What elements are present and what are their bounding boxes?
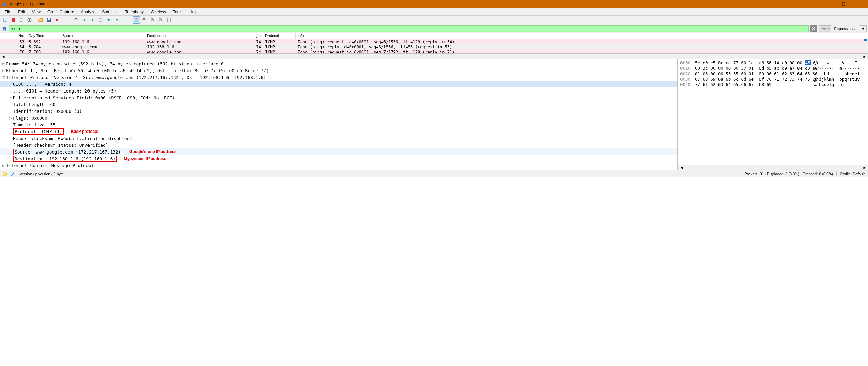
edit-preferences-icon[interactable] [9,171,15,177]
hex-row[interactable]: 00005c e0 c5 8c ce 77 00 1e a6 56 14 c0 … [680,60,866,66]
restart-capture-button[interactable] [18,16,25,24]
tree-ip-version[interactable]: 0100 .... = Version: 4 [0,81,677,87]
go-forward-button[interactable] [89,16,96,24]
svg-line-28 [161,21,163,22]
svg-text:1: 1 [160,19,161,21]
column-destination[interactable]: Destination [145,33,219,39]
packet-row[interactable]: 707.700192.168.1.6www.google.com74ICMPEc… [0,49,868,54]
find-button[interactable] [73,16,80,24]
menu-bar: File Edit View Go Capture Analyze Statis… [0,8,868,16]
tree-ip-destination[interactable]: Destination: 192.168.1.6 (192.168.1.6)My… [0,155,677,162]
tree-ip-source[interactable]: Source: www.google.com (172.217.167.132)… [0,148,677,155]
filter-apply-button[interactable]: ▾ [819,25,831,32]
status-bar: Version (ip.version), 1 byte Packets: 91… [0,170,868,177]
column-time[interactable]: Day Time [26,33,60,39]
close-file-button[interactable] [53,16,61,24]
zoom-out-button[interactable] [149,16,156,24]
tree-ip-ttl[interactable]: Time to live: 55 [0,121,677,128]
start-capture-button[interactable] [1,16,9,24]
column-source[interactable]: Source [60,33,145,39]
menu-capture[interactable]: Capture [56,9,78,15]
status-profile[interactable]: Profile: Default [837,172,868,176]
tree-ip-total-length[interactable]: Total Length: 60 [0,101,677,108]
packet-details-pane[interactable]: ▷Frame 54: 74 bytes on wire (592 bits), … [0,59,678,170]
go-last-button[interactable] [113,16,121,24]
zoom-in-button[interactable] [141,16,148,24]
svg-line-12 [77,21,78,22]
svg-point-11 [75,18,77,21]
svg-rect-1 [842,3,845,5]
filter-add-button[interactable]: + [860,25,867,32]
display-filter-input[interactable] [9,25,809,32]
hex-row[interactable]: 004077 61 62 63 64 65 66 67 68 69wabcdef… [680,82,866,87]
packet-list-hscroll[interactable]: ◄► [0,54,868,59]
open-file-button[interactable] [37,16,44,24]
svg-line-22 [145,21,146,22]
filter-bookmark-button[interactable] [1,26,7,32]
tree-frame[interactable]: ▷Frame 54: 74 bytes on wire (592 bits), … [0,60,677,67]
packet-bytes-pane[interactable]: 00005c e0 c5 8c ce 77 00 1e a6 56 14 c0 … [678,59,868,165]
go-back-button[interactable] [81,16,88,24]
maximize-button[interactable] [836,0,851,8]
zoom-reset-button[interactable]: 1 [157,16,164,24]
status-field-info: Version (ip.version), 1 byte [18,172,741,176]
menu-file[interactable]: File [1,9,15,15]
resize-columns-button[interactable] [165,16,173,24]
packet-list-header[interactable]: No. Day Time Source Destination Length P… [0,33,868,39]
svg-rect-17 [135,20,138,21]
tree-ip-dsf[interactable]: ▷Differentiated Services Field: 0x00 (DS… [0,94,677,101]
tree-ip-protocol[interactable]: Protocol: ICMP (1)ICMP protocol [0,128,677,135]
packet-bytes-hscroll[interactable]: ◄► [678,165,868,170]
hex-row[interactable]: 001000 3c 00 00 00 00 37 01 6d b5 ac d9 … [680,66,866,71]
column-protocol[interactable]: Protocol [263,33,296,39]
tree-ipv4[interactable]: ▽Internet Protocol Version 4, Src: www.g… [0,74,677,81]
svg-rect-8 [48,18,50,20]
hex-row[interactable]: 003067 68 69 6a 6b 6c 6d 6e 6f 70 71 72 … [680,77,866,82]
annotation-source: Google's one IP address [129,149,176,154]
svg-line-25 [153,21,155,22]
menu-statistics[interactable]: Statistics [99,9,122,15]
filter-bar: ▾ Expression… + [0,24,868,33]
packet-list-pane: No. Day Time Source Destination Length P… [0,33,868,54]
menu-tools[interactable]: Tools [170,9,186,15]
tree-ip-header-length[interactable]: .... 0101 = Header Length: 20 bytes (5) [0,87,677,94]
packet-list-scrollbar[interactable] [863,39,868,54]
menu-analyze[interactable]: Analyze [78,9,99,15]
close-button[interactable] [851,0,866,8]
expert-info-button[interactable] [3,172,7,176]
capture-options-button[interactable] [26,16,33,24]
column-no[interactable]: No. [0,33,26,39]
menu-go[interactable]: Go [44,9,56,15]
filter-expression-button[interactable]: Expression… [832,27,859,31]
save-file-button[interactable] [45,16,53,24]
auto-scroll-button[interactable] [121,16,129,24]
filter-clear-button[interactable] [810,25,817,32]
packet-row[interactable]: 546.704www.google.com192.168.1.674ICMPEc… [0,44,868,49]
tree-ip-checksum[interactable]: Header checksum: 0x6db5 [validation disa… [0,135,677,142]
minimize-button[interactable] [821,0,836,8]
hex-row[interactable]: 002001 06 00 00 55 55 00 01 00 06 61 62 … [680,71,866,77]
app-icon [2,2,7,6]
title-bar: google_ping.pcapng [0,0,868,8]
tree-ip-identification[interactable]: Identification: 0x0000 (0) [0,108,677,115]
menu-telephony[interactable]: Telephony [122,9,147,15]
colorize-button[interactable] [133,16,140,24]
annotation-protocol: ICMP protocol [71,129,98,134]
column-info[interactable]: Info [296,33,868,39]
tree-icmp[interactable]: ▷Internet Control Message Protocol [0,162,677,169]
packet-row[interactable]: 536.692192.168.1.6www.google.com74ICMPEc… [0,39,868,44]
tree-ip-flags[interactable]: ▷Flags: 0x0000 [0,115,677,121]
svg-point-6 [29,19,30,21]
go-to-packet-button[interactable] [97,16,104,24]
menu-edit[interactable]: Edit [15,9,28,15]
toolbar: 1 [0,16,868,24]
menu-wireless[interactable]: Wireless [147,9,170,15]
menu-help[interactable]: Help [186,9,201,15]
column-length[interactable]: Length [219,33,263,39]
go-first-button[interactable] [105,16,113,24]
reload-button[interactable] [61,16,69,24]
stop-capture-button[interactable] [9,16,17,24]
tree-ip-checksum-status[interactable]: [Header checksum status: Unverified] [0,142,677,148]
menu-view[interactable]: View [28,9,44,15]
tree-ethernet[interactable]: ▷Ethernet II, Src: BestItWo_56:14:c0 (00… [0,67,677,74]
